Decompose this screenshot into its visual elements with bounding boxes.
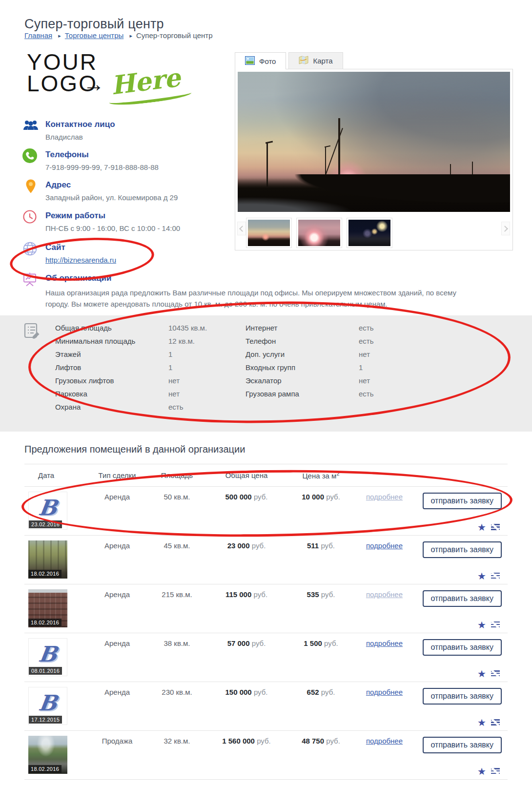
offer-price-per-m2: 652 руб.: [286, 688, 356, 730]
offer-photo[interactable]: В 23.02.2016: [28, 492, 67, 530]
offer-photo[interactable]: В 08.01.2016: [28, 638, 67, 676]
about-text: Наша организация рада предложить Вам раз…: [45, 287, 480, 310]
breadcrumb-separator-icon: ▸: [129, 33, 132, 39]
details-label: Телефон: [246, 337, 359, 345]
offer-details-link[interactable]: подробнее: [366, 541, 403, 550]
property-details-panel: Общая площадь 10435 кв.м. Минимальная пл…: [0, 315, 532, 432]
offer-row: В 18.02.2016 Аренда 45 кв.м. 23 000 руб.…: [24, 536, 508, 584]
breadcrumb-label[interactable]: Супер-торговый центр: [136, 31, 213, 40]
offer-row: В 17.12.2015 Аренда 230 кв.м. 150 000 ру…: [24, 682, 508, 731]
offer-total-price: 23 000 руб.: [207, 541, 286, 584]
offer-date-badge: 23.02.2016: [29, 520, 62, 528]
offer-details-link[interactable]: подробнее: [366, 590, 403, 599]
offer-total-price: 115 000 руб.: [207, 590, 286, 633]
offer-details-link[interactable]: подробнее: [366, 688, 403, 696]
offer-area: 38 кв.м.: [146, 639, 207, 682]
details-label: Грузовая рампа: [246, 390, 359, 398]
tab-map[interactable]: Карта: [288, 52, 343, 69]
details-row: Минимальная площадь 12 кв.м.: [55, 334, 207, 348]
working-hours-clock-icon: [22, 209, 39, 225]
chevron-right-icon: [502, 226, 508, 232]
details-column-left: Общая площадь 10435 кв.м. Минимальная пл…: [55, 321, 207, 414]
offer-photo[interactable]: В 18.02.2016: [28, 540, 67, 579]
offers-title: Предложения помещений в данной организац…: [24, 444, 245, 455]
offer-details-link[interactable]: подробнее: [366, 493, 403, 501]
offer-photo[interactable]: В 18.02.2016: [28, 736, 67, 774]
send-request-button[interactable]: отправить заявку: [423, 493, 502, 509]
details-label: Эскалатор: [246, 376, 359, 385]
photo-thumbnail[interactable]: [296, 218, 342, 248]
send-request-button[interactable]: отправить заявку: [423, 737, 502, 753]
compare-list-icon[interactable]: [491, 573, 500, 580]
details-label: Этажей: [55, 350, 168, 358]
breadcrumb-separator-icon: ▸: [58, 33, 61, 39]
offer-photo[interactable]: В 17.12.2015: [28, 687, 67, 725]
details-label: Грузовых лифтов: [55, 376, 168, 385]
details-label: Интернет: [246, 324, 359, 332]
offer-details-link[interactable]: подробнее: [366, 737, 403, 745]
compare-list-icon[interactable]: [491, 768, 500, 775]
details-value: 12 кв.м.: [168, 337, 195, 345]
photo-thumbnail[interactable]: [246, 218, 292, 248]
main-photo: [238, 72, 510, 212]
details-row: Грузовых лифтов нет: [55, 374, 207, 387]
photo-lamppost: [325, 147, 326, 187]
compare-list-icon[interactable]: [491, 622, 500, 629]
offer-price-per-m2: 511 руб.: [286, 541, 356, 584]
favorite-star-icon[interactable]: ★: [477, 621, 486, 629]
send-request-button[interactable]: отправить заявку: [423, 639, 502, 656]
details-value: нет: [359, 350, 370, 358]
thumbnails-next-button[interactable]: [501, 222, 510, 235]
notepad-icon: [22, 322, 40, 342]
thumbnail-image: [248, 220, 290, 246]
header-date: Дата: [24, 471, 88, 479]
breadcrumb-item: ▸Супер-торговый центр: [125, 31, 212, 40]
details-row: Интернет есть: [246, 321, 374, 334]
offer-details-link[interactable]: подробнее: [366, 639, 403, 647]
map-tab-icon: [299, 56, 308, 66]
send-request-button[interactable]: отправить заявку: [423, 541, 502, 558]
photo-pole-far: [472, 162, 473, 183]
details-label: Охрана: [55, 403, 168, 411]
offer-photo[interactable]: В 18.02.2016: [28, 589, 67, 627]
photo-thumbnail[interactable]: [347, 218, 392, 248]
offer-logo-glyph: В: [28, 639, 67, 669]
details-row: Доп. услуги нет: [246, 348, 374, 361]
favorite-star-icon[interactable]: ★: [477, 572, 486, 581]
photo-pole: [338, 118, 340, 188]
details-value: нет: [168, 376, 180, 385]
contact-person-value: Владислав: [45, 133, 241, 141]
breadcrumb-label[interactable]: Главная: [24, 31, 52, 40]
details-value: 1: [168, 350, 172, 358]
offers-rows: В 23.02.2016 Аренда 50 кв.м. 500 000 руб…: [24, 487, 508, 780]
header-deal-type: Тип сделки: [88, 471, 146, 479]
details-label: Входных групп: [246, 363, 359, 372]
header-total-price: Общая цена: [207, 471, 286, 479]
send-request-button[interactable]: отправить заявку: [423, 590, 502, 607]
logo-arrow-icon: →: [83, 73, 106, 95]
favorite-star-icon[interactable]: ★: [477, 718, 486, 727]
send-request-button[interactable]: отправить заявку: [423, 688, 502, 705]
tab-photo[interactable]: Фото: [235, 52, 286, 69]
favorite-star-icon[interactable]: ★: [477, 669, 486, 678]
compare-list-icon[interactable]: [491, 524, 500, 531]
offer-date-badge: 18.02.2016: [28, 619, 61, 626]
favorite-star-icon[interactable]: ★: [477, 523, 486, 532]
address-value: Западный район, ул. Кошемирова д 29: [45, 193, 241, 202]
favorite-star-icon[interactable]: ★: [477, 767, 486, 776]
offer-price-per-m2: 48 750 руб.: [286, 737, 356, 779]
compare-list-icon[interactable]: [491, 670, 500, 678]
details-value: 1: [168, 363, 172, 372]
tab-photo-label: Фото: [259, 57, 276, 65]
breadcrumb-label[interactable]: Торговые центры: [65, 31, 123, 40]
details-row: Общая площадь 10435 кв.м.: [55, 321, 207, 334]
compare-list-icon[interactable]: [491, 719, 500, 726]
website-link[interactable]: http://biznesarenda.ru: [45, 256, 116, 264]
offer-date-badge: 08.01.2016: [29, 667, 62, 675]
thumbnails-prev-button[interactable]: [237, 222, 246, 235]
offer-row: В 23.02.2016 Аренда 50 кв.м. 500 000 руб…: [24, 487, 508, 536]
details-value: есть: [359, 324, 374, 332]
working-hours-value: ПН-СБ с 9:00 - 16:00, ВС с 10:00 - 14:00: [45, 224, 241, 232]
offer-total-price: 150 000 руб.: [207, 688, 286, 730]
details-label: Лифтов: [55, 363, 168, 372]
